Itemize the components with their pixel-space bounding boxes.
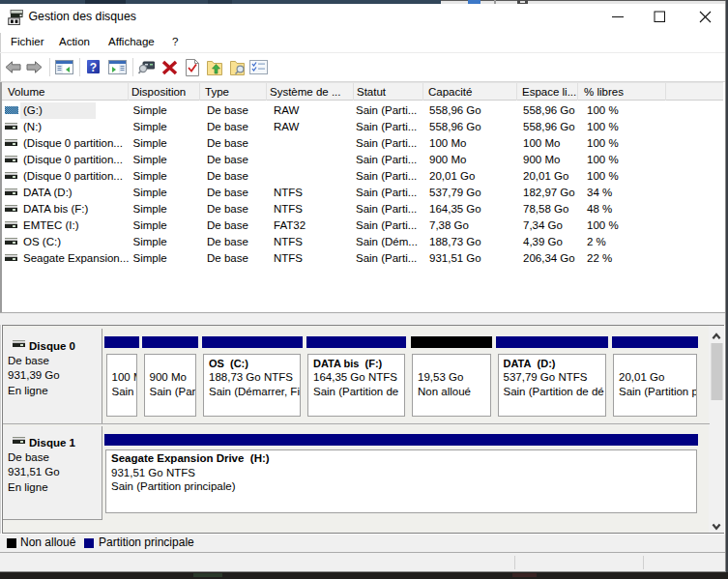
- svg-text:?: ?: [90, 61, 97, 74]
